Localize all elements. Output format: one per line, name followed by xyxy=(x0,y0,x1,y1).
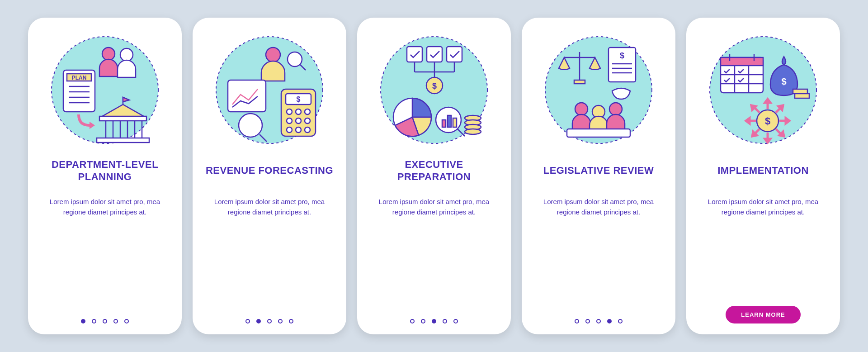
svg-rect-54 xyxy=(442,120,446,127)
onboarding-card-2: $ Revenue Forecasting Lorem ipsum dolor … xyxy=(193,18,346,334)
card-body: Lorem ipsum dolor sit amet pro, mea regi… xyxy=(369,197,499,319)
svg-rect-56 xyxy=(453,118,457,127)
card-body: Lorem ipsum dolor sit amet pro, mea regi… xyxy=(204,197,335,319)
svg-text:$: $ xyxy=(765,115,770,127)
svg-point-3 xyxy=(120,48,133,61)
svg-point-23 xyxy=(288,52,302,67)
svg-text:$: $ xyxy=(620,51,624,60)
calendar-money-distribution-icon: $ $ xyxy=(704,31,822,149)
step-dot-5[interactable] xyxy=(453,319,458,323)
card-body: Lorem ipsum dolor sit amet pro, mea regi… xyxy=(40,197,170,319)
svg-point-38 xyxy=(296,127,301,133)
svg-point-74 xyxy=(609,103,622,115)
card-body: Lorem ipsum dolor sit amet pro, mea regi… xyxy=(698,197,828,306)
svg-rect-79 xyxy=(721,57,763,66)
svg-rect-75 xyxy=(567,129,630,137)
svg-text:PLAN: PLAN xyxy=(72,75,87,81)
step-dot-4[interactable] xyxy=(443,319,447,323)
svg-rect-55 xyxy=(448,115,451,127)
svg-rect-88 xyxy=(795,94,809,98)
card-title: Executive Preparation xyxy=(369,158,499,183)
step-dot-2[interactable] xyxy=(256,319,261,323)
step-indicator xyxy=(410,319,458,323)
svg-rect-87 xyxy=(793,89,807,94)
plan-people-building-icon: PLAN xyxy=(46,31,164,149)
svg-text:$: $ xyxy=(781,76,786,86)
svg-point-2 xyxy=(102,48,115,60)
card-title: Revenue Forecasting xyxy=(206,158,333,183)
analyst-chart-calculator-icon: $ xyxy=(211,31,328,149)
svg-rect-66 xyxy=(574,80,585,84)
step-dot-5[interactable] xyxy=(618,319,623,323)
onboarding-card-3: $ E xyxy=(357,18,511,334)
step-dot-3[interactable] xyxy=(432,319,436,323)
svg-point-36 xyxy=(305,118,310,124)
svg-rect-44 xyxy=(447,47,462,62)
onboarding-card-4: $ Legislative Review Lorem ipsum dolor s… xyxy=(522,18,675,334)
svg-point-31 xyxy=(287,109,292,114)
checkboxes-piechart-icon: $ xyxy=(375,31,493,149)
onboarding-card-1: PLAN D xyxy=(28,18,182,334)
step-dot-1[interactable] xyxy=(245,319,250,323)
svg-text:$: $ xyxy=(297,95,301,103)
step-dot-1[interactable] xyxy=(575,319,579,323)
card-body: Lorem ipsum dolor sit amet pro, mea regi… xyxy=(533,197,664,319)
step-dot-5[interactable] xyxy=(289,319,293,323)
svg-rect-11 xyxy=(99,116,146,121)
step-dot-2[interactable] xyxy=(421,319,425,323)
step-dot-4[interactable] xyxy=(113,319,118,323)
svg-point-22 xyxy=(266,48,280,62)
svg-rect-12 xyxy=(97,138,149,143)
svg-point-39 xyxy=(305,127,310,133)
step-dot-1[interactable] xyxy=(410,319,415,323)
step-dot-3[interactable] xyxy=(596,319,601,323)
card-title: Department-Level Planning xyxy=(40,158,170,183)
step-indicator xyxy=(81,319,129,323)
onboarding-card-5: $ $ Implementation Lorem ipsum dol xyxy=(686,18,840,334)
svg-point-61 xyxy=(465,129,481,134)
svg-point-32 xyxy=(296,109,301,114)
step-dot-3[interactable] xyxy=(267,319,272,323)
step-dot-5[interactable] xyxy=(124,319,129,323)
step-dot-4[interactable] xyxy=(278,319,283,323)
step-indicator xyxy=(245,319,293,323)
svg-point-37 xyxy=(287,127,292,133)
svg-point-34 xyxy=(287,118,292,124)
svg-point-26 xyxy=(239,114,262,137)
svg-rect-43 xyxy=(427,47,442,62)
svg-text:$: $ xyxy=(432,81,437,90)
svg-rect-42 xyxy=(407,47,422,62)
svg-point-33 xyxy=(305,109,310,114)
step-dot-4[interactable] xyxy=(607,319,612,323)
card-title: Implementation xyxy=(717,158,809,183)
scales-committee-icon: $ xyxy=(540,31,657,149)
svg-point-35 xyxy=(296,118,301,124)
step-dot-2[interactable] xyxy=(92,319,96,323)
card-title: Legislative Review xyxy=(543,158,654,183)
step-dot-1[interactable] xyxy=(81,319,85,323)
svg-point-72 xyxy=(575,103,588,115)
learn-more-button[interactable]: LEARN MORE xyxy=(726,306,800,323)
step-dot-3[interactable] xyxy=(103,319,107,323)
step-dot-2[interactable] xyxy=(585,319,590,323)
step-indicator xyxy=(575,319,623,323)
